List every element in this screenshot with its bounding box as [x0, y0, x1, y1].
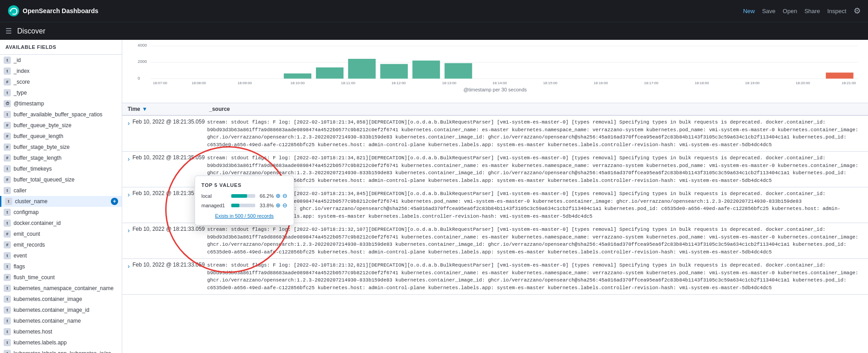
sidebar-field-item[interactable]: t cluster_name +: [0, 196, 122, 207]
field-name-label: buffer_timekeys: [14, 166, 118, 172]
svg-text:18:10:00: 18:10:00: [291, 81, 305, 85]
new-button[interactable]: New: [743, 8, 755, 14]
field-name-label: _score: [14, 79, 118, 85]
sidebar-field-item[interactable]: t kubernetes.container_image_id: [0, 305, 122, 315]
row-source-text: stream: stdout flags: F log: [2022-02-10…: [207, 262, 863, 291]
popup-bar-percent: 33.8%: [258, 203, 274, 208]
histogram-svg: 4000 2000 0 18:07:00 18:08:00 18:0: [128, 42, 863, 85]
sidebar-field-item[interactable]: t _index: [0, 66, 122, 76]
expand-row-button[interactable]: ›: [128, 262, 130, 270]
results-area[interactable]: Time ▼ _source › Feb 10, 2022 @ 18:21:35…: [122, 103, 868, 353]
sidebar-field-item[interactable]: ⏱ @timestamp: [0, 98, 122, 109]
sidebar-field-item[interactable]: # buffer_queue_byte_size: [0, 120, 122, 131]
row-timestamp: Feb 10, 2022 @ 18:21:33.059: [133, 262, 207, 268]
field-type-badge: #: [4, 230, 11, 238]
svg-rect-13: [444, 63, 472, 79]
popup-bar-fill: [231, 194, 247, 198]
sidebar-field-item[interactable]: t flags: [0, 261, 122, 272]
filter-exclude-icon[interactable]: ⊖: [282, 202, 287, 209]
popup-bar-percent: 66.2%: [258, 193, 274, 199]
expand-row-button[interactable]: ›: [128, 191, 130, 198]
svg-text:18:15:00: 18:15:00: [543, 81, 558, 85]
field-name-label: buffer_queue_byte_size: [14, 122, 118, 129]
app-name-label: OpenSearch Dashboards: [23, 7, 98, 14]
field-name-label: _id: [14, 57, 118, 63]
sidebar-field-item[interactable]: # buffer_stage_length: [0, 153, 122, 163]
expand-row-button[interactable]: ›: [128, 119, 130, 127]
field-type-badge: t: [4, 209, 11, 216]
sidebar-field-item[interactable]: t kubernetes.container_image: [0, 294, 122, 305]
popup-bar-track: [231, 204, 255, 207]
expand-row-button[interactable]: ›: [128, 155, 130, 162]
time-column-header[interactable]: Time ▼: [128, 106, 209, 112]
menu-toggle-icon[interactable]: ☰: [5, 27, 12, 35]
expand-row-button[interactable]: ›: [128, 227, 130, 234]
field-type-badge: t: [4, 187, 11, 194]
svg-text:18:07:00: 18:07:00: [153, 81, 167, 85]
open-button[interactable]: Open: [783, 8, 797, 14]
svg-point-1: [10, 10, 11, 12]
settings-icon[interactable]: ⚙: [854, 6, 861, 16]
filter-exclude-icon[interactable]: ⊖: [282, 192, 287, 199]
sidebar-field-item[interactable]: t caller: [0, 185, 122, 196]
svg-rect-10: [348, 59, 376, 79]
add-field-button[interactable]: +: [111, 198, 118, 205]
sidebar-field-item[interactable]: t configmap: [0, 207, 122, 218]
popup-footer[interactable]: Exists in 500 / 500 records: [201, 213, 287, 219]
sidebar-field-item[interactable]: t kubernetes.labels.app: [0, 337, 122, 348]
field-type-badge: #: [4, 122, 11, 129]
row-timestamp: Feb 10, 2022 @ 18:21:33.059: [133, 226, 207, 232]
field-type-badge: #: [4, 274, 11, 281]
secondary-navigation: ☰ Discover: [0, 22, 868, 40]
sidebar-field-item[interactable]: t docker.container_id: [0, 218, 122, 229]
filter-include-icon[interactable]: ⊕: [276, 202, 281, 209]
field-name-label: buffer_stage_length: [14, 155, 118, 161]
table-row: › Feb 10, 2022 @ 18:21:35.059 stream: st…: [122, 116, 868, 152]
popup-bar-actions: ⊕ ⊖: [276, 202, 287, 209]
field-name-label: flush_time_count: [14, 274, 118, 281]
popup-bar-label: local: [201, 193, 229, 199]
sidebar-field-item[interactable]: t buffer_timekeys: [0, 163, 122, 174]
svg-text:18:19:00: 18:19:00: [745, 81, 760, 85]
nav-left: OpenSearch Dashboards: [7, 5, 98, 17]
field-name-label: _index: [14, 68, 118, 74]
field-name-label: caller: [14, 187, 118, 194]
sidebar-field-item[interactable]: # _score: [0, 76, 122, 87]
svg-text:18:20:00: 18:20:00: [796, 81, 810, 85]
sidebar-field-item[interactable]: # emit_count: [0, 229, 122, 239]
sidebar-field-item[interactable]: # emit_records: [0, 239, 122, 250]
svg-text:18:14:00: 18:14:00: [492, 81, 507, 85]
svg-text:18:17:00: 18:17:00: [644, 81, 658, 85]
field-name-label: kubernetes.container_name: [14, 318, 118, 324]
inspect-button[interactable]: Inspect: [827, 8, 846, 14]
svg-rect-8: [284, 73, 311, 78]
filter-include-icon[interactable]: ⊕: [276, 192, 281, 199]
field-type-badge: t: [4, 317, 11, 324]
sidebar-field-item[interactable]: t _type: [0, 87, 122, 98]
table-row: › Feb 10, 2022 @ 18:21:33.059 stream: st…: [122, 259, 868, 295]
field-type-badge: #: [4, 154, 11, 162]
sidebar-field-item[interactable]: t kubernetes.container_name: [0, 315, 122, 326]
sidebar-field-item[interactable]: t buffer_available_buffer_space_ratios: [0, 109, 122, 120]
save-button[interactable]: Save: [762, 8, 776, 14]
sidebar-field-item[interactable]: t _id: [0, 55, 122, 66]
sidebar-field-item[interactable]: t event: [0, 250, 122, 261]
svg-text:18:11:00: 18:11:00: [341, 81, 355, 85]
sidebar-field-item[interactable]: t kubernetes.labels.app_kubernetes_io/co…: [0, 348, 122, 353]
source-column-header: _source: [209, 106, 863, 112]
sidebar-field-item[interactable]: # buffer_queue_length: [0, 131, 122, 142]
row-source-text: stream: stdout flags: F log: [2022-02-10…: [207, 119, 863, 148]
main-layout: Available fields t _id t _index # _score…: [0, 40, 868, 353]
svg-text:4000: 4000: [138, 43, 147, 48]
sidebar-field-item[interactable]: # flush_time_count: [0, 272, 122, 283]
field-type-badge: t: [4, 263, 11, 270]
sidebar-field-item[interactable]: t kubernetes.host: [0, 326, 122, 337]
sidebar-field-item[interactable]: # buffer_total_queued_size: [0, 174, 122, 185]
sort-arrow-icon: ▼: [142, 106, 148, 112]
field-type-badge: #: [4, 176, 11, 183]
field-type-badge: t: [5, 198, 12, 205]
sidebar-field-item[interactable]: # buffer_stage_byte_size: [0, 142, 122, 153]
sidebar-field-item[interactable]: t kubernetes_namespace_container_name: [0, 283, 122, 294]
share-button[interactable]: Share: [804, 8, 820, 14]
page-title: Discover: [17, 27, 45, 35]
